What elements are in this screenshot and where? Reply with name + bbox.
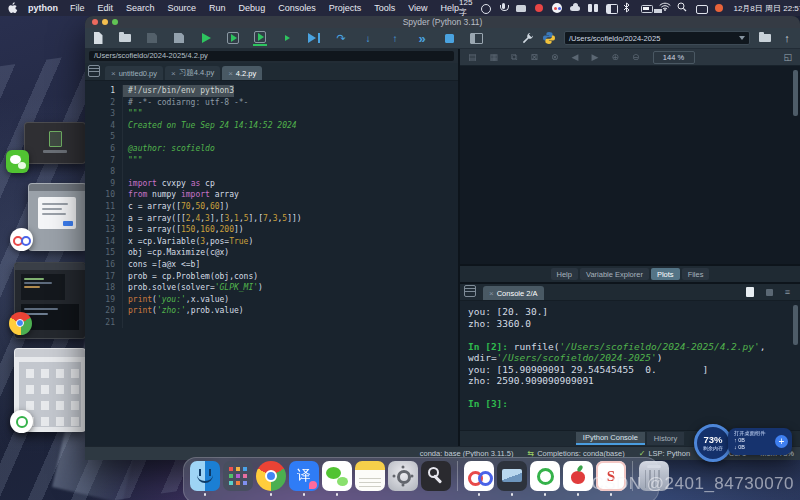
menu-item-run[interactable]: Run — [209, 3, 226, 13]
cloud-icon[interactable] — [569, 2, 582, 14]
wechat-icon[interactable] — [6, 150, 29, 173]
step-over-icon[interactable] — [334, 31, 348, 45]
menu-item-edit[interactable]: Edit — [98, 3, 114, 13]
record-icon[interactable] — [533, 2, 546, 14]
green-ring-icon[interactable] — [10, 410, 33, 433]
step-into-icon[interactable] — [361, 31, 375, 45]
console-env-icon[interactable] — [766, 289, 773, 296]
dock-translate[interactable] — [289, 461, 319, 496]
menu-item-help[interactable]: Help — [441, 3, 460, 13]
tab-history[interactable]: History — [647, 432, 684, 445]
run-cell-icon[interactable] — [226, 31, 240, 45]
dock-launchpad[interactable] — [223, 461, 253, 496]
step-out-icon[interactable] — [388, 31, 402, 45]
chrome-icon[interactable] — [9, 312, 32, 335]
next-plot-icon[interactable]: ▶ — [591, 53, 598, 62]
dock-settings[interactable] — [388, 461, 418, 496]
widget-plus-button[interactable]: + — [775, 435, 788, 448]
wifi-icon[interactable] — [659, 2, 672, 14]
save-all-icon[interactable] — [172, 31, 186, 45]
console-options-icon[interactable]: ≡ — [785, 288, 790, 297]
dock-apple-red[interactable] — [563, 461, 593, 496]
console-scrollbar[interactable] — [793, 305, 798, 345]
debug-icon[interactable] — [307, 31, 321, 45]
dock-knot[interactable] — [464, 461, 494, 496]
run-selection-icon[interactable] — [280, 31, 294, 45]
close-icon[interactable]: × — [489, 289, 494, 298]
tab-variable-explorer[interactable]: Variable Explorer — [580, 268, 649, 280]
dock-chrome[interactable] — [256, 461, 286, 496]
close-icon[interactable]: × — [228, 69, 233, 78]
active-app-menu[interactable]: python — [28, 3, 58, 13]
save-plot-icon[interactable]: ▤ — [468, 53, 477, 62]
menu-item-source[interactable]: Source — [168, 3, 197, 13]
plot-zoom-level[interactable]: 144 % — [653, 51, 695, 64]
knot-icon[interactable] — [551, 2, 564, 14]
remove-all-plots-icon[interactable]: ⊗ — [551, 53, 559, 62]
memory-gauge[interactable]: 73% 剩余内存 — [694, 424, 732, 462]
dock-keychain[interactable] — [421, 461, 451, 496]
working-directory-select[interactable]: /Users/scofieldo/2024-2025 — [564, 31, 750, 45]
plots-scrollbar[interactable] — [793, 70, 798, 116]
remove-plot-icon[interactable]: ⊠ — [530, 53, 538, 62]
continue-icon[interactable] — [415, 31, 429, 45]
display-icon[interactable] — [695, 2, 708, 14]
split-icon[interactable] — [587, 2, 600, 14]
save-all-plots-icon[interactable]: ▦ — [490, 53, 499, 62]
ipython-console-output[interactable]: you: [20. 30.]zho: 3360.0In [2]: runfile… — [460, 301, 800, 430]
zoom-out-icon[interactable]: ⊖ — [632, 53, 640, 62]
zoom-in-icon[interactable]: ⊕ — [611, 53, 619, 62]
tab-plots[interactable]: Plots — [651, 268, 680, 280]
fit-plot-icon[interactable]: ◱ — [783, 53, 792, 62]
menu-item-file[interactable]: File — [70, 3, 85, 13]
menu-item-projects[interactable]: Projects — [329, 3, 362, 13]
tab-untitled0-py[interactable]: ×untitled0.py — [105, 66, 163, 80]
menubar-clock[interactable]: 12月8日 周日 22:57 — [733, 3, 800, 14]
browse-tabs-icon[interactable] — [88, 65, 100, 77]
menu-item-view[interactable]: View — [408, 3, 427, 13]
bluetooth-icon[interactable] — [623, 2, 636, 14]
tab-ipython-console[interactable]: IPython Console — [576, 432, 645, 445]
copy-plot-icon[interactable]: ⧉ — [511, 53, 517, 62]
apple-menu[interactable] — [8, 2, 18, 14]
tab-4-2-py[interactable]: ×4.2.py — [222, 66, 262, 80]
menu-item-debug[interactable]: Debug — [239, 3, 266, 13]
close-icon[interactable]: × — [111, 69, 116, 78]
preview-wechat-window[interactable] — [24, 122, 86, 164]
dock-wechat[interactable] — [322, 461, 352, 496]
dock-screenshot[interactable] — [497, 461, 527, 496]
previous-plot-icon[interactable]: ◀ — [572, 53, 579, 62]
window-icon[interactable] — [605, 2, 618, 14]
search-icon[interactable] — [677, 2, 690, 14]
tab-files[interactable]: Files — [682, 268, 710, 280]
preview-dialog-window[interactable] — [28, 183, 87, 251]
save-icon[interactable] — [145, 31, 159, 45]
stop-icon[interactable] — [442, 31, 456, 45]
run-icon[interactable] — [199, 31, 213, 45]
menu-item-tools[interactable]: Tools — [374, 3, 395, 13]
run-cell-advance-icon[interactable] — [253, 30, 267, 46]
tab-help[interactable]: Help — [551, 268, 578, 280]
dock-notes[interactable] — [355, 461, 385, 496]
menu-item-consoles[interactable]: Consoles — [278, 3, 316, 13]
tools-wrench-icon[interactable] — [520, 31, 534, 45]
dock-green-ring[interactable] — [530, 461, 560, 496]
parent-directory-icon[interactable] — [780, 31, 794, 45]
interrupt-kernel-icon[interactable] — [746, 287, 754, 297]
dock-finder[interactable] — [190, 461, 220, 496]
browse-tabs-icon[interactable] — [464, 285, 476, 297]
widget-panel[interactable]: 打开桌面组件 ↑ 0B↓ 0B + — [728, 428, 792, 455]
menu-item-search[interactable]: Search — [126, 3, 155, 13]
new-file-icon[interactable] — [91, 31, 105, 45]
knot-app-icon[interactable] — [10, 228, 33, 251]
tab-console-2a[interactable]: × Console 2/A — [483, 286, 544, 300]
maximize-pane-icon[interactable] — [469, 31, 483, 45]
battery-icon[interactable] — [641, 2, 654, 14]
smiley-icon[interactable] — [479, 2, 492, 14]
tab--4-4-py[interactable]: ×习题4.4.py — [165, 66, 220, 80]
code-editor[interactable]: 1#!/usr/bin/env python32# -*- codiarng: … — [85, 81, 458, 446]
browse-directory-icon[interactable] — [758, 31, 772, 45]
input-flag-icon[interactable] — [713, 2, 726, 14]
mic-icon[interactable] — [497, 2, 510, 14]
keyboard-icon[interactable] — [515, 2, 528, 14]
